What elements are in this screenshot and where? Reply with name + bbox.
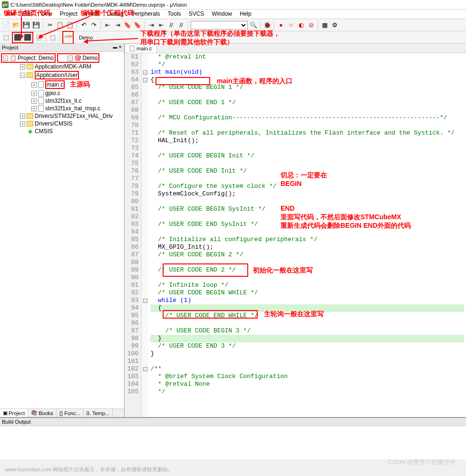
footer-text: www.toymoban.com 网络图片仅供展示，非存储，如有侵权请联系删除。 xyxy=(5,466,173,473)
breakpoint-icon[interactable]: ● xyxy=(277,21,285,29)
stop-build-icon[interactable]: ⬚ xyxy=(49,33,57,42)
tree-group5[interactable]: ◈ CMSIS xyxy=(1,127,123,135)
tree-group4-label: Drivers/CMSIS xyxy=(35,120,72,127)
expand-icon[interactable]: + xyxy=(31,82,37,87)
tree-group3[interactable]: + Drivers/STM32F1xx_HAL_Driv xyxy=(1,112,123,120)
expand-icon[interactable]: + xyxy=(20,121,25,126)
save-icon[interactable]: 💾 xyxy=(22,21,30,29)
breakpoint-kill-icon[interactable]: ⊘ xyxy=(307,21,315,29)
annotation-compile-current: 编译当前页代码 xyxy=(4,9,50,18)
separator xyxy=(100,21,101,29)
find-combo[interactable] xyxy=(191,21,248,29)
annotation-warn-body2: 重新生成代码会删除BEGIN END外面的代码 xyxy=(281,222,411,230)
build-icon[interactable]: ⬛ xyxy=(13,33,22,42)
project-tree[interactable]: − 📋 Project: Demo − 🎯 Demo + Application… xyxy=(0,52,124,408)
project-icon: 📋 xyxy=(10,55,16,61)
code-editor[interactable]: 6162636465666768697071727374757677787980… xyxy=(125,53,466,417)
tree-project-label: Project: Demo xyxy=(18,55,54,61)
undo-icon[interactable]: ↶ xyxy=(79,21,88,29)
folder-icon xyxy=(27,64,33,69)
menu-tools[interactable]: Tools xyxy=(164,10,185,19)
tree-file-main-label: main.c xyxy=(45,80,65,89)
folder-icon xyxy=(27,121,33,126)
expand-icon[interactable]: + xyxy=(31,98,37,104)
annotation-warn-title: 切忌：一定要在 xyxy=(281,171,327,180)
expand-icon[interactable]: + xyxy=(31,106,37,111)
separator xyxy=(77,21,77,29)
file-icon xyxy=(38,81,44,88)
paste-icon[interactable]: 📋 xyxy=(66,21,74,29)
indent-icon[interactable]: ⇥ xyxy=(147,21,155,29)
separator xyxy=(46,33,46,42)
tree-target[interactable]: − 🎯 Demo xyxy=(57,53,99,63)
tree-file-it[interactable]: + stm32f1xx_it.c xyxy=(1,97,123,105)
folder-icon xyxy=(27,72,33,78)
build-output-body[interactable] xyxy=(0,426,466,459)
folder-icon xyxy=(27,113,33,119)
tree-file-gpio[interactable]: + gpio.c xyxy=(1,89,123,97)
expand-icon[interactable]: + xyxy=(20,114,25,119)
rebuild-icon[interactable]: ⬛ xyxy=(23,33,32,42)
cut-icon[interactable]: ✂ xyxy=(46,21,54,29)
tab-books[interactable]: 📚Books xyxy=(28,409,57,417)
books-tab-icon: 📚 xyxy=(31,410,38,416)
tree-target-label: Demo xyxy=(82,55,97,61)
uncomment-icon[interactable]: // xyxy=(177,21,185,29)
file-icon xyxy=(38,90,44,97)
redo-icon[interactable]: ↷ xyxy=(89,21,98,29)
bookmark-prev-icon[interactable]: ⇤ xyxy=(103,21,112,29)
open-file-icon[interactable]: 📂 xyxy=(12,21,20,29)
breakpoint-disable-icon[interactable]: ◐ xyxy=(297,21,305,29)
expand-icon[interactable]: + xyxy=(31,91,37,96)
bookmark-icon[interactable]: 🔖 xyxy=(123,21,132,29)
expand-icon[interactable]: − xyxy=(3,56,8,61)
expand-icon[interactable]: − xyxy=(20,73,25,78)
panel-controls[interactable]: ▬ ✕ xyxy=(113,45,122,50)
fold-column[interactable]: ---- xyxy=(142,53,148,417)
menu-project[interactable]: Project xyxy=(56,10,81,19)
tree-group2-label: Application/User xyxy=(35,71,79,79)
outdent-icon[interactable]: ⇤ xyxy=(157,21,165,29)
translate-icon[interactable]: ⬚ xyxy=(2,33,10,42)
tree-file-main[interactable]: + main.c 主源码 xyxy=(1,80,123,89)
window-icon[interactable]: ▦ xyxy=(320,21,329,29)
target-icon: 🎯 xyxy=(74,55,81,61)
panel-tabs: ▣Project 📚Books {} Func... 0. Temp... xyxy=(0,408,124,417)
menu-window[interactable]: Window xyxy=(208,10,236,19)
separator xyxy=(188,21,188,29)
download-icon[interactable]: LOAD↓ xyxy=(64,34,72,43)
debug-icon[interactable]: 🐞 xyxy=(263,21,272,29)
bookmark-clear-icon[interactable]: 🔖 xyxy=(133,21,142,29)
annotation-compile-all: 编译整个工程代码 xyxy=(81,9,134,18)
expand-icon[interactable]: − xyxy=(68,56,73,61)
tab-functions[interactable]: {} Func... xyxy=(57,409,84,417)
tab-templates[interactable]: 0. Temp... xyxy=(84,409,113,417)
new-file-icon[interactable]: 📄 xyxy=(2,21,10,29)
menu-help[interactable]: Help xyxy=(236,10,255,19)
menu-svcs[interactable]: SVCS xyxy=(185,10,208,19)
comment-icon[interactable]: // xyxy=(167,21,175,29)
batch-build-icon[interactable]: ⬚ xyxy=(35,33,43,42)
watermark: CSDN @爱学习的蒙学长 xyxy=(388,458,456,466)
separator xyxy=(43,21,43,29)
annotation-download2: 用串口下载则需其他软件下载） xyxy=(140,38,233,47)
save-all-icon[interactable]: 💾 xyxy=(32,21,40,29)
tree-group2[interactable]: − Application/User xyxy=(1,70,123,80)
build-output-panel: Build Output xyxy=(0,417,466,459)
expand-icon[interactable]: + xyxy=(20,64,25,69)
project-panel: Project ▬ ✕ − 📋 Project: Demo − 🎯 Demo +… xyxy=(0,44,125,417)
tab-project[interactable]: ▣Project xyxy=(0,409,28,417)
tree-file-msp[interactable]: + stm32f1xx_hal_msp.c xyxy=(1,105,123,112)
config-icon[interactable]: ⚙ xyxy=(330,21,339,29)
find-icon[interactable]: 🔍 xyxy=(249,21,258,29)
copy-icon[interactable]: 📋 xyxy=(56,21,64,29)
target-label: Demo xyxy=(79,35,93,40)
tree-project[interactable]: − 📋 Project: Demo xyxy=(1,53,56,63)
breakpoint-toggle-icon[interactable]: ○ xyxy=(287,21,295,29)
file-icon xyxy=(38,97,44,104)
tree-group1[interactable]: + Application/MDK-ARM xyxy=(1,63,123,70)
bookmark-next-icon[interactable]: ⇥ xyxy=(113,21,122,29)
project-tab-icon: ▣ xyxy=(3,410,8,416)
tree-group4[interactable]: + Drivers/CMSIS xyxy=(1,120,123,127)
code-lines[interactable]: * @retval int */int main(void){ /* USER … xyxy=(148,53,466,417)
